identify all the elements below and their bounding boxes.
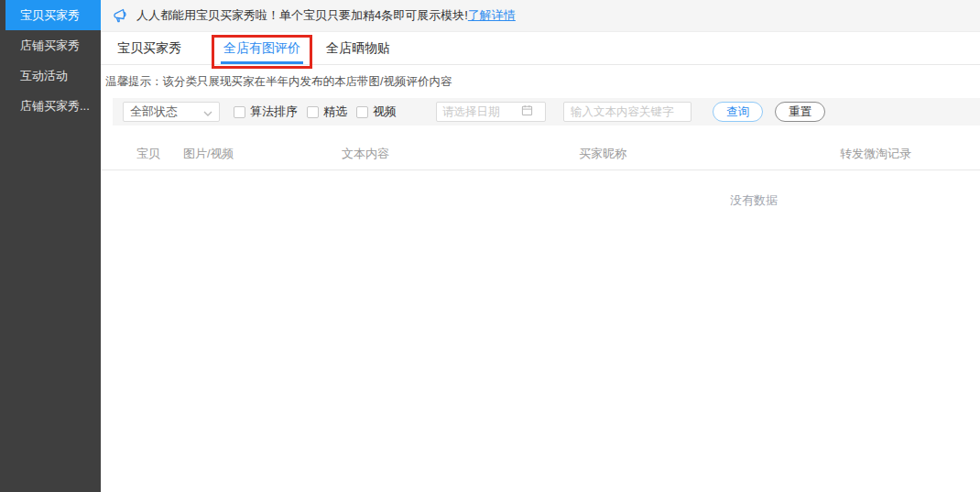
checkbox-icon[interactable]: [307, 106, 319, 118]
status-dropdown-value: 全部状态: [130, 104, 178, 120]
table-body: 没有数据: [101, 170, 980, 492]
tab[interactable]: 宝贝买家秀: [117, 32, 181, 64]
active-tab-underline: [221, 61, 303, 64]
filter-bar: 全部状态 算法排序精选视频: [113, 98, 980, 126]
megaphone-icon: [112, 6, 130, 25]
empty-state-text: 没有数据: [730, 192, 778, 209]
keyword-input[interactable]: [563, 102, 691, 122]
calendar-icon: [521, 104, 533, 119]
query-button[interactable]: 查询: [713, 102, 763, 122]
table-column-header: 转发微淘记录: [840, 146, 980, 162]
main-content: 人人都能用宝贝买家秀啦！单个宝贝只要加精4条即可展示模块! 了解详情 宝贝买家秀…: [101, 0, 980, 492]
date-picker[interactable]: [436, 102, 546, 122]
date-input[interactable]: [442, 105, 521, 118]
tab-bar: 宝贝买家秀全店有图评价全店晒物贴: [101, 32, 980, 65]
app-window: 宝贝买家秀店铺买家秀互动活动店铺买家秀... 人人都能用宝贝买家秀啦！单个宝贝只…: [0, 0, 980, 492]
table-header: 宝贝图片/视频文本内容买家昵称转发微淘记录: [101, 137, 980, 170]
checkbox-icon[interactable]: [356, 106, 368, 118]
sidebar-item[interactable]: 店铺买家秀: [0, 30, 101, 60]
tab[interactable]: 全店晒物贴: [326, 32, 390, 64]
filter-checkboxes: 算法排序精选视频: [234, 104, 406, 120]
sidebar-item[interactable]: 店铺买家秀...: [0, 91, 101, 121]
chevron-down-icon: [203, 105, 212, 119]
sidebar: 宝贝买家秀店铺买家秀互动活动店铺买家秀...: [0, 0, 101, 492]
sidebar-item[interactable]: 宝贝买家秀: [5, 0, 101, 30]
checkbox-label: 视频: [373, 104, 397, 120]
reset-button[interactable]: 重置: [775, 102, 825, 122]
banner-text: 人人都能用宝贝买家秀啦！单个宝贝只要加精4条即可展示模块!: [136, 7, 468, 24]
status-dropdown[interactable]: 全部状态: [123, 102, 220, 122]
table-column-header: 图片/视频: [183, 146, 342, 162]
filter-checkbox[interactable]: 算法排序: [234, 104, 298, 120]
table-column-header: 文本内容: [342, 146, 579, 162]
table-column-header: 宝贝: [136, 146, 183, 162]
table-column-header: 买家昵称: [579, 146, 840, 162]
checkbox-label: 精选: [323, 104, 347, 120]
checkbox-icon[interactable]: [234, 106, 245, 118]
filter-checkbox[interactable]: 视频: [356, 104, 397, 120]
announcement-banner: 人人都能用宝贝买家秀啦！单个宝贝只要加精4条即可展示模块! 了解详情: [101, 0, 980, 32]
tip-text: 温馨提示：该分类只展现买家在半年内发布的本店带图/视频评价内容: [101, 65, 980, 98]
sidebar-item[interactable]: 互动活动: [0, 60, 101, 91]
checkbox-label: 算法排序: [250, 104, 298, 120]
tab[interactable]: 全店有图评价: [223, 32, 300, 64]
filter-checkbox[interactable]: 精选: [307, 104, 347, 120]
banner-detail-link[interactable]: 了解详情: [468, 7, 516, 24]
